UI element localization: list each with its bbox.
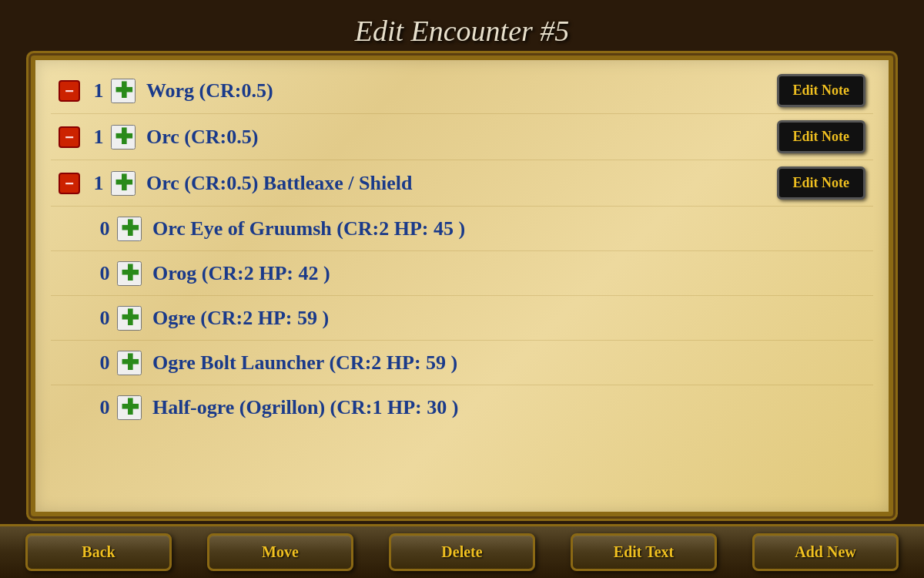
plus-button[interactable]: ✚ <box>117 395 142 420</box>
creature-name: Ogre (CR:2 HP: 59 ) <box>152 307 761 330</box>
creature-count: 1 <box>86 172 111 195</box>
creature-name: Half-ogre (Ogrillon) (CR:1 HP: 30 ) <box>152 396 761 419</box>
plus-button[interactable]: ✚ <box>117 217 142 241</box>
title-area: Edit Encounter #5 <box>0 0 924 55</box>
creature-count: 0 <box>92 351 117 375</box>
plus-button[interactable]: ✚ <box>117 261 142 286</box>
toolbar: Back Move Delete Edit Text Add New <box>0 524 924 578</box>
main-panel: −1✚Worg (CR:0.5)Edit Note−1✚Orc (CR:0.5)… <box>31 55 893 516</box>
page-title: Edit Encounter #5 <box>0 14 924 48</box>
table-row: 0✚Ogre (CR:2 HP: 59 ) <box>51 296 873 341</box>
add-new-button[interactable]: Add New <box>752 533 899 571</box>
back-button[interactable]: Back <box>25 533 172 571</box>
table-row: −1✚Worg (CR:0.5)Edit Note <box>51 68 873 114</box>
table-row: −1✚Orc (CR:0.5)Edit Note <box>51 114 873 160</box>
edit-note-button[interactable]: Edit Note <box>777 120 866 153</box>
table-row: 0✚Orog (CR:2 HP: 42 ) <box>51 251 873 296</box>
minus-button[interactable]: − <box>59 126 80 148</box>
edit-note-button[interactable]: Edit Note <box>777 166 866 200</box>
move-button[interactable]: Move <box>207 533 353 571</box>
creature-name: Worg (CR:0.5) <box>146 79 765 102</box>
creature-count: 0 <box>92 217 117 240</box>
creature-count: 0 <box>92 262 117 285</box>
creature-name: Orog (CR:2 HP: 42 ) <box>152 262 761 285</box>
creature-name: Ogre Bolt Launcher (CR:2 HP: 59 ) <box>152 351 761 375</box>
edit-text-button[interactable]: Edit Text <box>571 533 717 571</box>
creature-name: Orc (CR:0.5) Battleaxe / Shield <box>146 172 765 195</box>
plus-button[interactable]: ✚ <box>117 306 142 331</box>
creature-name: Orc (CR:0.5) <box>146 126 765 149</box>
table-row: 0✚Orc Eye of Gruumsh (CR:2 HP: 45 ) <box>51 207 873 251</box>
plus-button[interactable]: ✚ <box>111 171 136 196</box>
creature-name: Orc Eye of Gruumsh (CR:2 HP: 45 ) <box>152 217 761 240</box>
plus-button[interactable]: ✚ <box>111 79 136 103</box>
minus-button[interactable]: − <box>59 80 80 102</box>
creature-count: 0 <box>92 307 117 330</box>
creature-count: 1 <box>86 79 111 102</box>
creature-count: 1 <box>86 126 111 149</box>
plus-button[interactable]: ✚ <box>111 125 136 150</box>
plus-button[interactable]: ✚ <box>117 351 142 375</box>
delete-button[interactable]: Delete <box>389 533 535 571</box>
table-row: −1✚Orc (CR:0.5) Battleaxe / ShieldEdit N… <box>51 160 873 207</box>
table-row: 0✚Half-ogre (Ogrillon) (CR:1 HP: 30 ) <box>51 385 873 430</box>
table-row: 0✚Ogre Bolt Launcher (CR:2 HP: 59 ) <box>51 341 873 385</box>
minus-button[interactable]: − <box>59 173 80 194</box>
edit-note-button[interactable]: Edit Note <box>777 74 866 107</box>
creature-count: 0 <box>92 396 117 419</box>
